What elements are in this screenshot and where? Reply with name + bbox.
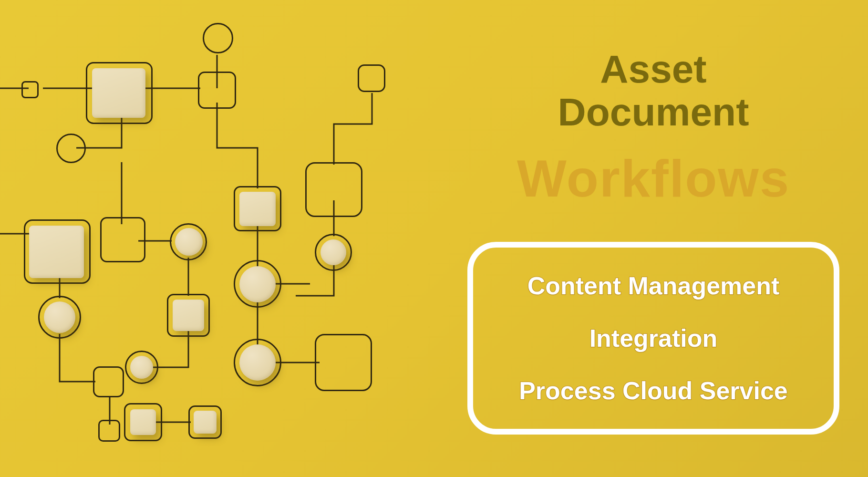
workflow-diagram <box>0 0 439 477</box>
feature-content-management: Content Management <box>527 271 780 300</box>
title-line-1: Asset <box>600 48 706 91</box>
title-line-2: Document <box>558 91 749 134</box>
feature-process-cloud-service: Process Cloud Service <box>519 376 788 405</box>
text-panel: Asset Document Workflows Content Managem… <box>439 0 868 477</box>
feature-integration: Integration <box>589 324 718 353</box>
feature-box: Content Management Integration Process C… <box>467 242 839 435</box>
title-workflows: Workflows <box>517 148 790 208</box>
